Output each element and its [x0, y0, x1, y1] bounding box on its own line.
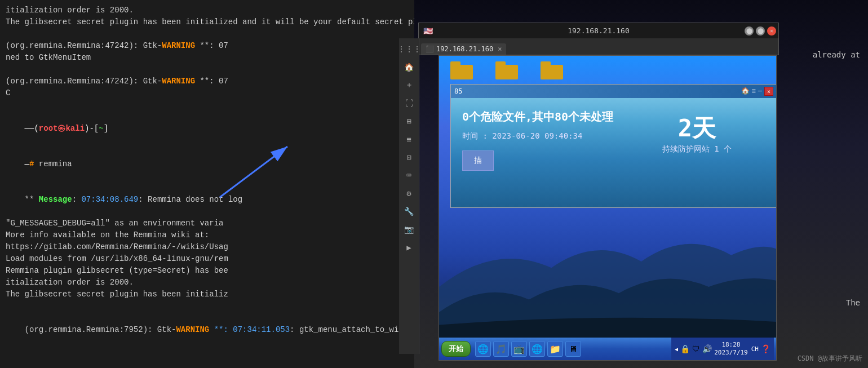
toolbar-settings-btn[interactable]: ⚙	[401, 185, 418, 202]
popup-days-label: 持续防护网站 1 个	[662, 144, 732, 154]
remmina-tabbar: ⬛ 192.168.21.160 ×	[418, 38, 779, 55]
toolbar-view-btn[interactable]: ⊡	[401, 149, 418, 166]
popup-close-button[interactable]: ×	[764, 87, 773, 96]
landscape-svg	[439, 211, 776, 338]
toolbar-more-btn[interactable]: ▶	[401, 239, 418, 256]
taskbar-icon-terminal[interactable]: 🖥	[565, 341, 581, 357]
term-command-line: —# remmina	[6, 147, 409, 182]
popup-minimize-icon[interactable]: —	[758, 87, 762, 96]
term-line-empty-1	[6, 28, 409, 40]
csdn-watermark: CSDN @故事讲予风听	[798, 354, 862, 363]
already-text: already at	[813, 50, 860, 59]
toolbar-list-btn[interactable]: ≡	[401, 131, 418, 148]
maximize-button[interactable]: ⬤	[756, 26, 765, 36]
term-line-9: https://gitlab.com/Remmina/Remmina/-/wik…	[6, 241, 409, 253]
tray-security-icon: 🛡	[692, 344, 700, 353]
term-line-2: The glibsecret secret plugin has been in…	[6, 16, 409, 28]
term-line-8: More info available on the Remmina wiki …	[6, 229, 409, 241]
popup-scan-button[interactable]: 描	[462, 150, 494, 171]
desktop-folder-1[interactable]	[445, 61, 479, 79]
taskbar-time: 18:28 2023/7/19	[714, 341, 748, 357]
tab-flag-icon: ⬛	[426, 45, 434, 53]
tray-volume-icon: 🔊	[702, 344, 712, 353]
remmina-outer-titlebar: 🇺🇸 192.168.21.160 ⬤ ⬤ ✕	[418, 23, 779, 38]
tab-label: 192.168.21.160	[436, 45, 493, 53]
folder-icon-3	[541, 61, 563, 79]
popup-days-counter: 2天 持续防护网站 1 个	[662, 113, 732, 154]
taskbar-icons: 🌐 🎵 📺 🌐 📁 🖥	[475, 341, 581, 357]
time-display: 18:28	[714, 341, 748, 349]
folder-icon-2	[495, 61, 518, 79]
toolbar-add-btn[interactable]: ＋	[401, 77, 418, 94]
term-line-5: (org.remmina.Remmina:47242): Gtk-WARNING…	[6, 76, 409, 87]
term-line-empty-2	[6, 64, 409, 76]
popup-menu-icon[interactable]: ≡	[752, 87, 756, 96]
popup-title-num: 85	[454, 87, 462, 95]
term-line-11: Remmina plugin glibsecret (type=Secret) …	[6, 265, 409, 277]
term-line-empty-4	[6, 300, 409, 312]
help-icon[interactable]: ❓	[761, 344, 770, 353]
tab-close-icon[interactable]: ×	[498, 45, 502, 53]
date-display: 2023/7/19	[714, 349, 748, 357]
term-line-7: "G_MESSAGES_DEBUG=all" as an environment…	[6, 218, 409, 229]
popup-titlebar: 85 🏠 ≡ — ×	[451, 85, 776, 98]
toolbar-screenshot-btn[interactable]: 📷	[401, 221, 418, 238]
tray-arrow: ◀	[675, 346, 678, 352]
taskbar-icon-media[interactable]: 🎵	[493, 341, 509, 357]
toolbar-scale-btn[interactable]: ⊞	[401, 113, 418, 130]
term-line-4: ned to GtkMenuItem	[6, 52, 409, 64]
term-gtk-warning: (org.remmina.Remmina:7952): Gtk-WARNING …	[6, 312, 409, 348]
outer-win-buttons: ⬤ ⬤ ✕	[745, 26, 776, 36]
toolbar-tool-btn[interactable]: 🔧	[401, 203, 418, 220]
taskbar-icon-video[interactable]: 📺	[511, 341, 527, 357]
taskbar-system-tray: ◀ 🔒 🛡 🔊 18:28 2023/7/19 CH ❓	[671, 338, 774, 360]
toolbar-keyboard-btn[interactable]: ⌨	[401, 167, 418, 184]
toolbar-home-btn[interactable]: 🏠	[401, 59, 418, 76]
desktop-folder-3[interactable]	[535, 61, 569, 79]
desktop-icons	[445, 61, 569, 79]
folder-icon-1	[450, 61, 473, 79]
taskbar-icon-folder[interactable]: 📁	[547, 341, 563, 357]
remmina-outer-title: 192.168.21.160	[568, 26, 630, 35]
term-prompt: ——(root㉿kali)-[~]	[6, 111, 409, 147]
toolbar-menu-btn[interactable]: ⋮⋮⋮	[401, 41, 418, 57]
terminal: itialization order is 2000. The glibsecr…	[0, 0, 414, 368]
close-button[interactable]: ✕	[767, 26, 776, 36]
start-button[interactable]: 开始	[441, 341, 471, 357]
term-line-12: itialization order is 2000.	[6, 277, 409, 289]
popup-days-number: 2天	[662, 113, 732, 144]
term-line-10: Load modules from /usr/lib/x86_64-linux-…	[6, 253, 409, 265]
tray-network-icon: 🔒	[680, 344, 690, 353]
term-line-3: (org.remmina.Remmina:47242): Gtk-WARNING…	[6, 40, 409, 52]
windows-desktop: 85 🏠 ≡ — × 0个危险文件,其中80个未处理 时间 : 2023-06-…	[439, 56, 776, 338]
toolbar-fullscreen-btn[interactable]: ⛶	[401, 95, 418, 112]
popup-home-icon[interactable]: 🏠	[741, 87, 750, 96]
ch-label: CH	[751, 345, 759, 353]
remmina-side-toolbar: ⋮⋮⋮ 🏠 ＋ ⛶ ⊞ ≡ ⊡ ⌨ ⚙ 🔧 📷 ▶	[399, 38, 419, 354]
desktop-folder-2[interactable]	[490, 61, 524, 79]
the-text: The	[846, 298, 860, 307]
remmina-remote-window: 85 🏠 ≡ — × 0个危险文件,其中80个未处理 时间 : 2023-06-…	[439, 55, 777, 361]
minimize-button[interactable]: ⬤	[745, 26, 754, 36]
term-line-1: itialization order is 2000.	[6, 5, 409, 16]
security-popup: 85 🏠 ≡ — × 0个危险文件,其中80个未处理 时间 : 2023-06-…	[450, 84, 776, 208]
term-message-line: ** Message: 07:34:08.649: Remmina does n…	[6, 182, 409, 218]
term-line-6: C	[6, 87, 409, 99]
taskbar-icon-net[interactable]: 🌐	[529, 341, 545, 357]
remmina-tab-active[interactable]: ⬛ 192.168.21.160 ×	[421, 43, 506, 55]
term-line-13: The glibsecret secret plugin has been in…	[6, 289, 409, 300]
popup-title-controls: 🏠 ≡ — ×	[741, 87, 773, 96]
term-line-empty-3	[6, 99, 409, 111]
flag-icon: 🇺🇸	[423, 26, 433, 36]
windows-taskbar: 开始 🌐 🎵 📺 🌐 📁 🖥 ◀ 🔒 🛡 🔊 18:28 2023/7/19 C…	[439, 338, 776, 360]
taskbar-icon-ie[interactable]: 🌐	[475, 341, 491, 357]
